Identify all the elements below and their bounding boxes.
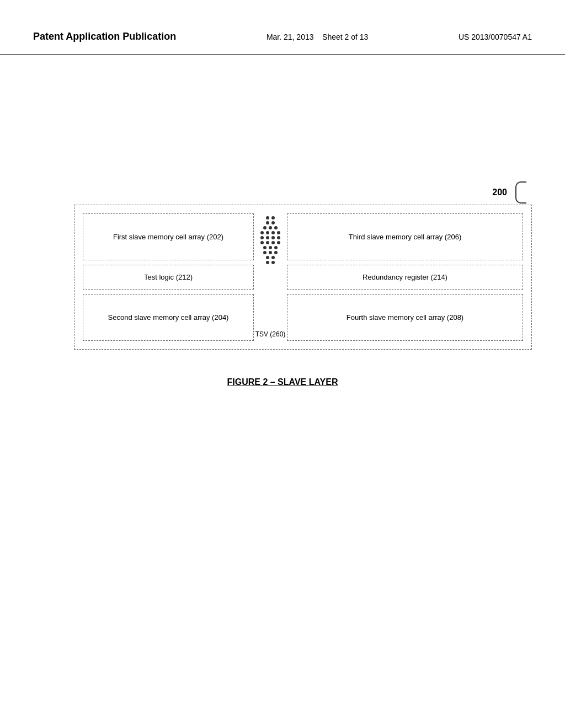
tsv-dot (269, 226, 272, 229)
tsv-dot (271, 236, 275, 239)
tsv-dot (266, 216, 269, 220)
tsv-dot (271, 256, 275, 259)
tsv-dot (266, 256, 269, 259)
fourth-slave-cell: Fourth slave memory cell array (208) (287, 294, 523, 341)
tsv-dot (271, 221, 275, 224)
curved-bracket-icon (515, 181, 526, 204)
patent-page: Patent Application Publication Mar. 21, … (0, 0, 565, 728)
tsv-dot (266, 221, 269, 224)
tsv-dot (266, 261, 269, 264)
tsv-dot (271, 261, 275, 264)
tsv-dot (263, 226, 266, 229)
redundancy-register-cell: Redundancy register (214) (287, 265, 523, 290)
main-content: 200 First slave memory cell array (202) … (0, 55, 565, 404)
fourth-slave-label: Fourth slave memory cell array (208) (347, 313, 463, 322)
dot-row-9 (266, 256, 275, 259)
dot-row-10 (266, 261, 275, 264)
dot-row-7 (263, 246, 278, 249)
tsv-dot (263, 251, 266, 254)
third-slave-cell: Third slave memory cell array (206) (287, 213, 523, 260)
tsv-dot (271, 241, 275, 244)
ref-number-200: 200 (492, 188, 507, 197)
tsv-dot (260, 231, 264, 234)
first-slave-cell: First slave memory cell array (202) (83, 213, 254, 260)
tsv-dot (260, 241, 264, 244)
dot-row-6 (260, 241, 280, 244)
tsv-dot (277, 236, 280, 239)
tsv-dot (269, 246, 272, 249)
tsv-dot (274, 246, 278, 249)
sheet-info: Sheet 2 of 13 (322, 33, 368, 41)
dot-row-2 (266, 221, 275, 224)
redundancy-register-label: Redundancy register (214) (363, 273, 447, 281)
figure-caption: FIGURE 2 – SLAVE LAYER (227, 377, 338, 387)
main-diagram-box: First slave memory cell array (202) Test… (74, 205, 532, 350)
test-logic-cell: Test logic (212) (83, 265, 254, 290)
tsv-label: TSV (260) (255, 330, 286, 338)
dot-row-3 (263, 226, 278, 229)
tsv-dot (277, 241, 280, 244)
tsv-dot (274, 226, 278, 229)
tsv-dot (266, 231, 269, 234)
tsv-dot (260, 236, 264, 239)
ref-200-row: 200 (492, 181, 526, 204)
publication-date-sheet: Mar. 21, 2013 Sheet 2 of 13 (266, 30, 368, 41)
page-header: Patent Application Publication Mar. 21, … (0, 0, 565, 55)
tsv-dot (277, 231, 280, 234)
tsv-dots (260, 216, 280, 328)
first-slave-label: First slave memory cell array (202) (113, 233, 223, 241)
ref-200-area: 200 (74, 181, 532, 204)
publication-title: Patent Application Publication (33, 30, 176, 43)
right-section: Third slave memory cell array (206) Redu… (287, 213, 523, 341)
dot-row-1 (266, 216, 275, 220)
tsv-dot (274, 251, 278, 254)
patent-number: US 2013/0070547 A1 (459, 30, 532, 41)
third-slave-label: Third slave memory cell array (206) (349, 233, 461, 241)
test-logic-label: Test logic (212) (144, 273, 193, 281)
tsv-dot (269, 251, 272, 254)
second-slave-label: Second slave memory cell array (204) (108, 313, 229, 322)
diagram-area: 200 First slave memory cell array (202) … (33, 181, 532, 350)
dot-row-8 (263, 251, 278, 254)
left-section: First slave memory cell array (202) Test… (83, 213, 254, 341)
publication-date: Mar. 21, 2013 (266, 33, 314, 41)
tsv-dot (266, 236, 269, 239)
second-slave-cell: Second slave memory cell array (204) (83, 294, 254, 341)
tsv-dot (271, 216, 275, 220)
tsv-column: TSV (260) (254, 213, 287, 341)
tsv-dot (266, 241, 269, 244)
dot-row-4 (260, 231, 280, 234)
tsv-dot (263, 246, 266, 249)
dot-row-5 (260, 236, 280, 239)
tsv-dot (271, 231, 275, 234)
